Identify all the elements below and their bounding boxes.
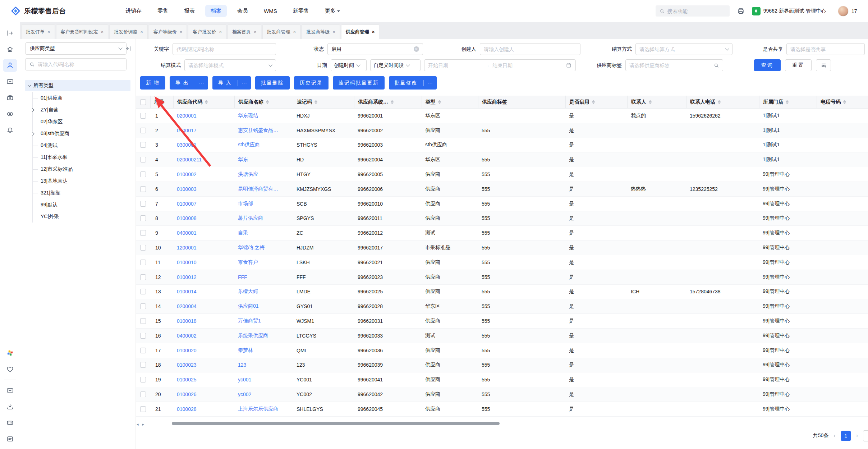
close-icon[interactable]: × bbox=[101, 29, 104, 35]
more-dots-icon[interactable]: ⋯ bbox=[195, 80, 208, 86]
tree-item-321|靠靠[interactable]: 321|靠靠 bbox=[33, 187, 130, 199]
date-range-input[interactable]: → bbox=[424, 59, 576, 71]
sort-icon[interactable] bbox=[391, 100, 394, 104]
sort-icon[interactable] bbox=[314, 100, 317, 104]
supplier-name-link[interactable]: 零食客户 bbox=[238, 259, 258, 266]
close-icon[interactable]: × bbox=[372, 29, 375, 35]
supplier-name-link[interactable]: 薯片供应商 bbox=[238, 215, 263, 221]
row-checkbox[interactable] bbox=[140, 171, 146, 177]
prev-page-icon[interactable]: ‹ bbox=[833, 432, 836, 439]
supplier-code-link[interactable]: 0300001 bbox=[177, 142, 197, 148]
pinwheel-icon[interactable] bbox=[3, 347, 17, 359]
close-icon[interactable]: × bbox=[332, 29, 335, 35]
query-button[interactable]: 查询 bbox=[754, 59, 781, 71]
more-dots-icon[interactable]: ⋯ bbox=[423, 80, 437, 86]
row-checkbox[interactable] bbox=[140, 406, 146, 412]
supplier-name-link[interactable]: FFF bbox=[238, 274, 247, 280]
tree-item-02|华东区[interactable]: 02|华东区 bbox=[33, 116, 130, 128]
tree-item-01|供应商[interactable]: 01|供应商 bbox=[33, 92, 130, 104]
type-search-input[interactable] bbox=[38, 61, 117, 67]
search-input[interactable] bbox=[667, 8, 721, 14]
reset-button[interactable]: 重置 bbox=[785, 59, 812, 71]
toolbar-button-5[interactable]: 历史记录 bbox=[294, 76, 329, 90]
supplier-name-link[interactable]: 乐檬大鳄 bbox=[238, 288, 258, 295]
supplier-name-link[interactable]: yc001 bbox=[238, 377, 251, 382]
tab-5[interactable]: 客户批发价× bbox=[188, 24, 226, 39]
supplier-name-link[interactable]: 市场部 bbox=[238, 201, 253, 207]
toolbar-button-6[interactable]: 速记码批量更新 bbox=[333, 76, 385, 90]
fixed-col-scroll-arrows[interactable]: ◂▸ bbox=[137, 422, 144, 427]
supplier-code-link[interactable]: 0100002 bbox=[177, 171, 197, 177]
tree-item-ZY|自营[interactable]: ZY|自营 bbox=[33, 104, 130, 116]
supplier-code-link[interactable]: 0100017 bbox=[177, 128, 197, 133]
supplier-name-link[interactable]: 万佳商贸1 bbox=[238, 318, 261, 324]
coin-yen-icon[interactable] bbox=[3, 107, 17, 120]
tree-item-04|测试[interactable]: 04|测试 bbox=[33, 139, 130, 151]
current-page[interactable]: 1 bbox=[841, 431, 851, 441]
supplier-code-link[interactable]: 020000211 bbox=[177, 157, 202, 162]
tab-6[interactable]: 档案首页× bbox=[228, 24, 261, 39]
tree-item-13|基地直达[interactable]: 13|基地直达 bbox=[33, 175, 130, 187]
wallet-icon[interactable] bbox=[3, 91, 17, 104]
row-checkbox[interactable] bbox=[140, 186, 146, 192]
nav-item-1[interactable]: 进销存 bbox=[120, 5, 147, 17]
row-checkbox[interactable] bbox=[140, 245, 146, 251]
nav-item-8[interactable]: 更多 bbox=[320, 5, 345, 17]
column-header-name[interactable]: 供应商名称 bbox=[234, 96, 293, 108]
chevron-right-icon[interactable] bbox=[31, 132, 34, 136]
nav-item-3[interactable]: 报表 bbox=[179, 5, 200, 17]
row-checkbox[interactable] bbox=[140, 113, 146, 119]
type-search[interactable] bbox=[25, 58, 127, 70]
supplier-code-link[interactable]: 1200001 bbox=[177, 245, 197, 251]
creator-input[interactable] bbox=[484, 46, 577, 52]
more-dots-icon[interactable]: ⋯ bbox=[238, 80, 251, 86]
supplier-name-link[interactable]: sth供应商 bbox=[238, 142, 260, 148]
pos-terminal-icon[interactable] bbox=[3, 416, 17, 429]
column-header-mnemonic[interactable]: 速记码 bbox=[293, 96, 354, 108]
shared-select[interactable] bbox=[790, 46, 861, 52]
row-checkbox[interactable] bbox=[140, 391, 146, 397]
column-header-store[interactable]: 所属门店 bbox=[759, 96, 817, 108]
supplier-name-link[interactable]: 上海乐尔乐供应商 bbox=[238, 406, 278, 412]
clear-icon[interactable]: ✕ bbox=[414, 46, 419, 52]
home-icon[interactable] bbox=[3, 43, 17, 56]
row-checkbox[interactable] bbox=[140, 362, 146, 368]
download-icon[interactable] bbox=[3, 400, 17, 413]
tree-root-all-types[interactable]: 所有类型 bbox=[25, 80, 130, 91]
scroll-right-icon[interactable]: ▸ bbox=[142, 422, 144, 427]
sort-icon[interactable] bbox=[266, 100, 269, 104]
supplier-name-link[interactable]: 昆明佳泽商贸有… bbox=[238, 186, 278, 192]
nav-item-6[interactable]: WMS bbox=[258, 5, 283, 17]
row-checkbox[interactable] bbox=[140, 230, 146, 236]
toolbar-button-4[interactable]: 批量删除 bbox=[255, 76, 290, 90]
close-icon[interactable]: × bbox=[47, 29, 50, 35]
supplier-name-link[interactable]: 华东 bbox=[238, 156, 248, 163]
date-range-select[interactable]: 自定义时间段 bbox=[373, 62, 404, 69]
row-checkbox[interactable] bbox=[140, 333, 146, 339]
printer-icon[interactable] bbox=[735, 6, 746, 17]
row-checkbox[interactable] bbox=[140, 348, 146, 353]
sort-icon[interactable] bbox=[786, 100, 789, 104]
column-header-check[interactable] bbox=[136, 96, 150, 108]
supplier-name-link[interactable]: 供应商01 bbox=[238, 303, 259, 310]
row-checkbox[interactable] bbox=[140, 289, 146, 294]
tab-9[interactable]: 供应商管理× bbox=[341, 24, 380, 39]
tab-4[interactable]: 客户等级价× bbox=[149, 24, 187, 39]
sort-icon[interactable] bbox=[718, 100, 721, 104]
supplier-code-link[interactable]: 0100012 bbox=[177, 274, 197, 280]
supplier-name-link[interactable]: 洪塘供应 bbox=[238, 171, 258, 178]
supplier-code-link[interactable]: 0100007 bbox=[177, 201, 197, 207]
close-icon[interactable]: × bbox=[180, 29, 183, 35]
supplier-name-link[interactable]: 华东现结 bbox=[238, 113, 258, 119]
tag-select[interactable] bbox=[629, 63, 711, 68]
tab-7[interactable]: 批发商管理× bbox=[262, 24, 301, 39]
supplier-name-link[interactable]: 123 bbox=[238, 362, 246, 368]
nav-item-4[interactable]: 档案 bbox=[205, 5, 227, 17]
nav-item-7[interactable]: 新零售 bbox=[288, 5, 314, 17]
row-checkbox[interactable] bbox=[140, 201, 146, 207]
supplier-code-link[interactable]: 0400002 bbox=[177, 333, 197, 339]
supplier-code-link[interactable]: 0100010 bbox=[177, 260, 197, 265]
column-header-type[interactable]: 类型 bbox=[422, 96, 478, 108]
settle-mode-select[interactable] bbox=[188, 63, 266, 68]
supplier-code-link[interactable]: 0100025 bbox=[177, 377, 197, 382]
